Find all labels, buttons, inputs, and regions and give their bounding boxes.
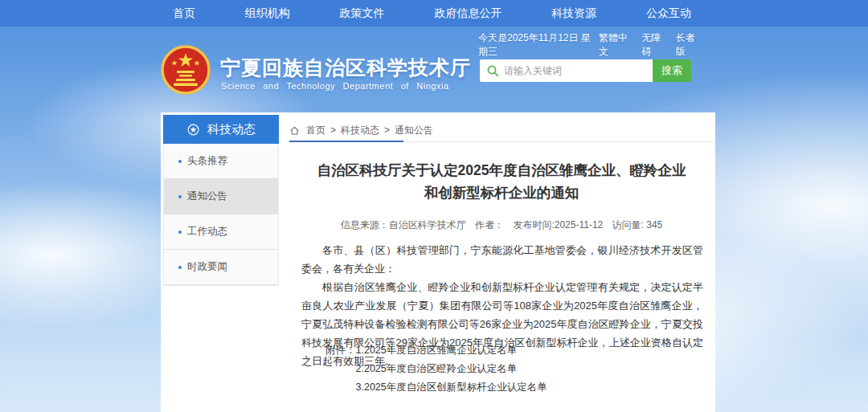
attachment-link-2[interactable]: 2.2025年度自治区瞪羚企业认定名单 (356, 360, 547, 378)
site-subtitle: Science and Technology Department of Nin… (221, 81, 436, 91)
article-paragraph: 各市、县（区）科技管理部门，宁东能源化工基地管委会，银川经济技术开发区管委会，各… (301, 241, 703, 278)
search-button[interactable]: 搜索 (653, 59, 691, 82)
header-utility-row: 今天是2025年11月12日 星期三 繁體中文 无障碍 长者版 (478, 39, 702, 51)
nav-item-home[interactable]: 首页 (165, 0, 203, 27)
sidebar-item-current-politics[interactable]: 时政要闻 (164, 250, 278, 285)
nav-item-gov-info-disclosure[interactable]: 政府信息公开 (426, 0, 510, 27)
attachment-link-1[interactable]: 1.2025年度自治区雏鹰企业认定名单 (356, 341, 547, 360)
link-elderly-version[interactable]: 长者版 (676, 31, 702, 59)
link-accessibility[interactable]: 无障碍 (641, 31, 667, 59)
meta-source: 信息来源：自治区科学技术厅 (341, 219, 466, 230)
sidebar-title: 科技动态 (207, 122, 256, 137)
bullet-icon (178, 266, 182, 269)
nav-item-public-interaction[interactable]: 公众互动 (638, 0, 699, 27)
sidebar-header: 科技动态 (163, 115, 279, 144)
sidebar-item-label: 头条推荐 (187, 154, 227, 168)
link-traditional-chinese[interactable]: 繁體中文 (599, 31, 633, 59)
search-input-wrap (480, 59, 653, 82)
search-input[interactable] (480, 59, 653, 82)
attachment-label: 附件： (326, 341, 356, 397)
article-meta: 信息来源：自治区科学技术厅 作者： 发布时间:2025-11-12 访问量: 3… (289, 218, 714, 232)
breadcrumb-separator: > (330, 124, 336, 136)
breadcrumb-notices[interactable]: 通知公告 (395, 124, 433, 137)
sidebar-item-notices[interactable]: 通知公告 (164, 179, 278, 214)
page-background: 首页 组织机构 政策文件 政府信息公开 科技资源 公众互动 宁夏回族自治区科学技… (0, 0, 868, 412)
attachments-block: 附件： 1.2025年度自治区雏鹰企业认定名单 2.2025年度自治区瞪羚企业认… (326, 341, 547, 397)
search-bar: 搜索 (480, 59, 691, 82)
meta-author: 作者： (475, 219, 504, 230)
meta-publish-time: 发布时间:2025-11-12 (513, 219, 603, 230)
circled-star-icon (186, 123, 200, 137)
bullet-icon (178, 195, 182, 198)
utility-links: 繁體中文 无障碍 长者版 (599, 31, 702, 59)
home-icon (289, 125, 300, 136)
sidebar-item-label: 时政要闻 (187, 260, 227, 274)
article-title: 自治区科技厅关于认定2025年度自治区雏鹰企业、瞪羚企业 和创新型标杆企业的通知 (289, 159, 714, 204)
sidebar-menu: 头条推荐 通知公告 工作动态 时政要闻 (163, 144, 279, 286)
bullet-icon (178, 230, 182, 234)
attachment-list: 1.2025年度自治区雏鹰企业认定名单 2.2025年度自治区瞪羚企业认定名单 … (356, 341, 547, 397)
breadcrumb-home[interactable]: 首页 (306, 124, 326, 137)
breadcrumb-divider-accent (289, 141, 403, 142)
nav-item-policy-documents[interactable]: 政策文件 (332, 0, 393, 27)
top-nav-bar: 首页 组织机构 政策文件 政府信息公开 科技资源 公众互动 (0, 0, 868, 27)
breadcrumb: 首页 > 科技动态 > 通知公告 (289, 122, 433, 138)
national-emblem-logo (160, 44, 211, 96)
sidebar-item-label: 工作动态 (187, 225, 227, 239)
current-date-text: 今天是2025年11月12日 星期三 (478, 31, 599, 59)
sidebar-item-label: 通知公告 (187, 190, 227, 203)
article-title-line2: 和创新型标杆企业的通知 (289, 182, 714, 204)
bullet-icon (178, 160, 182, 163)
meta-views: 访问量: 345 (612, 219, 663, 230)
sidebar-item-headline-recommend[interactable]: 头条推荐 (164, 144, 278, 179)
top-nav-menu: 首页 组织机构 政策文件 政府信息公开 科技资源 公众互动 (165, 0, 699, 27)
content-container: 科技动态 头条推荐 通知公告 工作动态 时政要闻 (161, 112, 715, 412)
sidebar: 科技动态 头条推荐 通知公告 工作动态 时政要闻 (163, 115, 279, 286)
breadcrumb-tech-news[interactable]: 科技动态 (341, 124, 379, 137)
nav-item-tech-resources[interactable]: 科技资源 (543, 0, 604, 27)
breadcrumb-separator: > (384, 124, 390, 136)
search-icon (486, 64, 499, 77)
nav-item-organization[interactable]: 组织机构 (237, 0, 298, 27)
article-title-line1: 自治区科技厅关于认定2025年度自治区雏鹰企业、瞪羚企业 (289, 159, 714, 182)
attachment-link-3[interactable]: 3.2025年度自治区创新型标杆企业认定名单 (356, 378, 547, 397)
site-title: 宁夏回族自治区科学技术厅 (220, 55, 485, 81)
sidebar-item-work-trends[interactable]: 工作动态 (164, 214, 278, 250)
